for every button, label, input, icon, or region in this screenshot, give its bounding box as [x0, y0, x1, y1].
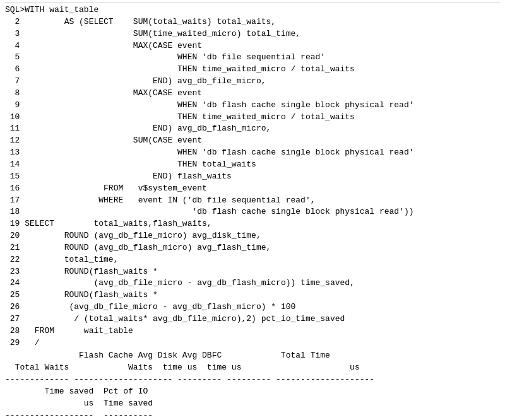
code-text: MAX(CASE event: [25, 41, 202, 50]
code-text: SUM(CASE event: [25, 136, 202, 145]
line-number: 20: [5, 231, 25, 240]
line-number: 3: [5, 29, 25, 38]
code-text: 'db flash cache single block physical re…: [25, 207, 413, 216]
line-number: 4: [5, 41, 25, 50]
line-number: 25: [5, 290, 25, 300]
result-header1: Flash Cache Avg Disk Avg DBFC Total Time: [5, 351, 330, 360]
line-number: 15: [5, 172, 25, 181]
code-text: END) avg_db_flash_micro,: [25, 124, 271, 133]
line-number: 11: [5, 124, 25, 133]
line-number: 22: [5, 255, 25, 264]
code-text: WITH wait_table: [25, 5, 98, 15]
code-text: WHEN 'db flash cache single block physic…: [25, 100, 413, 110]
code-text: FROM v$system_event: [25, 184, 207, 193]
code-text: ROUND (avg_db_flash_micro) avg_flash_tim…: [25, 243, 271, 252]
code-text: MAX(CASE event: [25, 88, 202, 98]
result-header3: Time saved Pct of IO: [5, 387, 148, 396]
code-text: THEN total_waits: [25, 160, 256, 169]
code-text: (avg_db_file_micro - avg_db_flash_micro)…: [25, 278, 355, 288]
code-text: ROUND(flash_waits *: [25, 290, 158, 300]
line-number: 27: [5, 314, 25, 324]
code-text: /: [25, 338, 39, 347]
result-divider2: ------------------ ----------: [5, 411, 153, 420]
code-text: SELECT total_waits,flash_waits,: [25, 219, 211, 228]
code-text: WHEN 'db flash cache single block physic…: [25, 148, 413, 157]
line-number: 28: [5, 326, 25, 335]
line-number: 16: [5, 184, 25, 193]
line-number: 5: [5, 52, 25, 62]
code-text: / (total_waits* avg_db_file_micro),2) pc…: [25, 314, 345, 324]
code-text: total_time,: [25, 255, 118, 264]
line-number: 12: [5, 136, 25, 145]
line-number: 23: [5, 267, 25, 276]
line-number: 13: [5, 148, 25, 157]
code-text: END) flash_waits: [25, 172, 232, 181]
line-number: 10: [5, 112, 25, 122]
result-header4: us Time saved: [5, 399, 153, 408]
line-number: 7: [5, 76, 25, 86]
line-number: 29: [5, 338, 25, 347]
code-text: SUM(time_waited_micro) total_time,: [25, 29, 300, 38]
results-table: Flash Cache Avg Disk Avg DBFC Total Time…: [5, 350, 500, 420]
sql-code-block: SQL>WITH wait_table 2 AS (SELECT SUM(tot…: [5, 4, 500, 349]
code-text: THEN time_waited_micro / total_waits: [25, 64, 355, 74]
code-text: END) avg_db_file_micro,: [25, 76, 266, 86]
line-number: 9: [5, 100, 25, 110]
code-text: THEN time_waited_micro / total_waits: [25, 112, 355, 122]
code-text: AS (SELECT SUM(total_waits) total_waits,: [25, 17, 276, 26]
line-number: 8: [5, 88, 25, 98]
line-number: 2: [5, 17, 25, 26]
line-number: 21: [5, 243, 25, 252]
code-text: WHERE event IN ('db file sequential read…: [25, 195, 315, 205]
result-header2: Total Waits Waits time us time us us: [5, 363, 360, 372]
code-text: (avg_db_file_micro - avg_db_flash_micro)…: [25, 302, 295, 312]
line-number: 6: [5, 64, 25, 74]
line-number: 17: [5, 195, 25, 205]
line-number: 18: [5, 207, 25, 216]
line-number: SQL>: [5, 5, 25, 15]
result-divider1: ------------- -------------------- -----…: [5, 375, 374, 384]
terminal-window: SQL>WITH wait_table 2 AS (SELECT SUM(tot…: [0, 0, 505, 420]
line-number: 24: [5, 278, 25, 288]
line-number: 26: [5, 302, 25, 312]
line-number: 14: [5, 160, 25, 169]
line-number: 19: [5, 219, 25, 228]
code-text: WHEN 'db file sequential read': [25, 52, 325, 62]
code-text: ROUND(flash_waits *: [25, 267, 158, 276]
code-text: ROUND (avg_db_file_micro) avg_disk_time,: [25, 231, 261, 240]
code-text: FROM wait_table: [25, 326, 133, 335]
